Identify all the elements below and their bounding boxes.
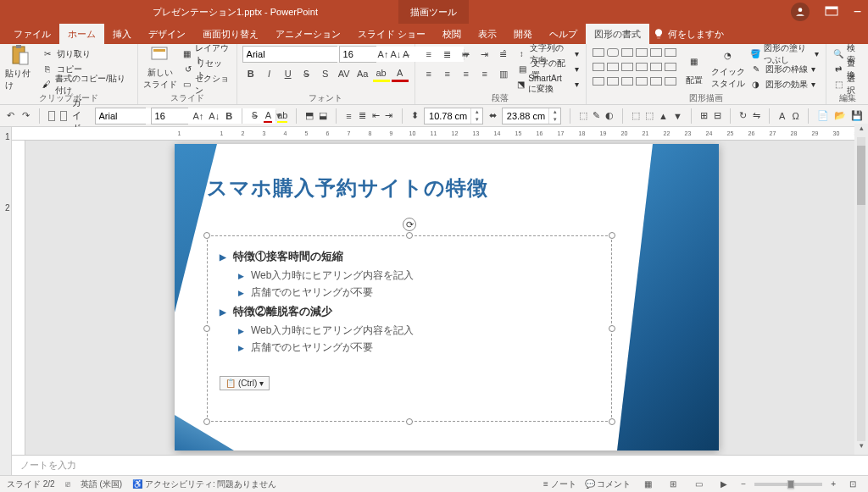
ruler-checkbox[interactable]: [48, 111, 55, 121]
qat-grow-font[interactable]: A↑: [193, 109, 204, 123]
resize-handle[interactable]: [609, 232, 615, 239]
qat-symbol[interactable]: Ω: [792, 109, 800, 123]
qat-size-combo[interactable]: ▾: [151, 108, 188, 124]
qat-new[interactable]: 📄: [817, 109, 829, 123]
qat-font-combo[interactable]: ▾: [95, 108, 146, 124]
accessibility-status[interactable]: ♿ アクセシビリティ: 問題ありません: [132, 478, 276, 490]
zoom-out-button[interactable]: −: [741, 479, 746, 489]
up-icon[interactable]: ▴: [548, 108, 560, 116]
reading-view-button[interactable]: ▭: [690, 478, 707, 491]
arrange-button[interactable]: ▦配置: [681, 46, 708, 90]
resize-handle[interactable]: [406, 232, 413, 239]
qat-indent-dec[interactable]: ⇤: [371, 109, 380, 123]
slide-title[interactable]: スマホ購入予約サイトの特徴: [207, 174, 488, 202]
section-button[interactable]: ▭セクション: [181, 77, 231, 91]
quick-styles-button[interactable]: ◔クイック スタイル: [711, 46, 745, 90]
bullet-text[interactable]: Web入力時にヒアリング内容を記入: [251, 323, 414, 338]
line-spacing-button[interactable]: ≡̂: [495, 46, 512, 63]
shape-height-spin[interactable]: ▴▾: [424, 108, 483, 124]
qat-misc3[interactable]: ◐: [605, 109, 614, 123]
zoom-thumb[interactable]: [787, 480, 794, 489]
qat-shrink-font[interactable]: A↓: [209, 109, 220, 123]
new-slide-button[interactable]: 新しい スライド: [143, 46, 177, 90]
tab-transitions[interactable]: 画面切り替え: [194, 24, 267, 44]
indent-dec-button[interactable]: ⇤: [458, 46, 475, 63]
grow-font-button[interactable]: A↑: [378, 46, 389, 63]
bullets-button[interactable]: ≡: [420, 46, 437, 63]
slide-canvas[interactable]: スマホ購入予約サイトの特徴 ⟳ ▶特徴①接客時間の短縮 ▶Web: [25, 141, 868, 455]
qat-align[interactable]: ⊞: [699, 109, 708, 123]
shape-outline-button[interactable]: ✎図形の枠線▾: [748, 62, 821, 76]
rotate-handle[interactable]: ⟳: [403, 218, 416, 231]
tab-developer[interactable]: 開発: [505, 24, 541, 44]
qat-bring-front[interactable]: ▲: [659, 109, 668, 123]
tab-file[interactable]: ファイル: [5, 24, 59, 44]
shadow-button[interactable]: S: [317, 65, 334, 82]
shape-width-spin[interactable]: ▴▾: [502, 108, 561, 124]
notes-toggle[interactable]: ≡ ノート: [543, 478, 576, 490]
slideshow-view-button[interactable]: ▶: [715, 478, 732, 491]
up-icon[interactable]: ▴: [470, 108, 482, 116]
scroll-down-icon[interactable]: ▾: [854, 441, 868, 455]
vertical-scrollbar[interactable]: ▴ ▾: [854, 124, 868, 455]
scrollbar-thumb[interactable]: [857, 146, 865, 205]
qat-align-mid[interactable]: ⬓: [319, 109, 327, 123]
resize-handle[interactable]: [406, 418, 413, 425]
highlight-button[interactable]: ab: [373, 65, 390, 82]
tab-home[interactable]: ホーム: [59, 24, 104, 44]
font-color-button[interactable]: A: [392, 65, 409, 82]
down-icon[interactable]: ▾: [548, 116, 560, 124]
qat-open[interactable]: 📂: [834, 109, 846, 123]
bullet-text[interactable]: 特徴①接客時間の短縮: [233, 249, 343, 264]
qat-distribute[interactable]: ⊟: [713, 109, 721, 123]
qat-numbering[interactable]: ≣: [358, 109, 366, 123]
qat-flip[interactable]: ⇋: [752, 109, 760, 123]
qat-rotate[interactable]: ↻: [739, 109, 748, 123]
tab-insert[interactable]: 挿入: [104, 24, 140, 44]
indent-inc-button[interactable]: ⇥: [476, 46, 493, 63]
minimize-icon[interactable]: −: [854, 4, 861, 19]
undo-button[interactable]: ↶: [5, 108, 15, 124]
qat-text[interactable]: A: [778, 109, 787, 123]
italic-button[interactable]: I: [261, 65, 278, 82]
bold-button[interactable]: B: [242, 65, 259, 82]
qat-bold[interactable]: B: [225, 109, 233, 123]
tab-animations[interactable]: アニメーション: [267, 24, 349, 44]
qat-bullets[interactable]: ≡: [345, 109, 353, 123]
format-painter-button[interactable]: 🖌書式のコピー/貼り付け: [40, 77, 132, 91]
qat-misc1[interactable]: ⬚: [579, 109, 587, 123]
numbering-button[interactable]: ≣: [439, 46, 456, 63]
bullet-text[interactable]: 店舗でのヒヤリングが不要: [251, 340, 373, 355]
paste-options-button[interactable]: 📋(Ctrl)▾: [220, 376, 270, 390]
shrink-font-button[interactable]: A↓: [390, 46, 401, 63]
qat-strike[interactable]: S̶: [251, 109, 259, 123]
shape-effects-button[interactable]: ◑図形の効果▾: [748, 77, 821, 91]
shape-fill-button[interactable]: 🪣図形の塗りつぶし▾: [748, 47, 821, 61]
tab-design[interactable]: デザイン: [140, 24, 194, 44]
tab-format[interactable]: 図形の書式: [586, 24, 649, 44]
bullet-text[interactable]: 特徴②離脱客の減少: [233, 304, 332, 319]
down-icon[interactable]: ▾: [470, 116, 482, 124]
spellcheck-icon[interactable]: ⎚: [65, 479, 70, 489]
redo-button[interactable]: ↷: [20, 108, 31, 124]
justify-button[interactable]: ≡: [476, 65, 493, 82]
notes-pane[interactable]: ノートを入力: [12, 455, 868, 475]
align-right-button[interactable]: ≡: [458, 65, 475, 82]
qat-align-top[interactable]: ⬒: [305, 109, 314, 123]
sorter-view-button[interactable]: ⊞: [665, 478, 682, 491]
spacing-button[interactable]: AV: [336, 65, 353, 82]
resize-handle[interactable]: [609, 325, 615, 332]
resize-handle[interactable]: [609, 418, 615, 425]
paste-button[interactable]: 貼り付け: [5, 46, 36, 90]
qat-highlight[interactable]: ab: [277, 109, 287, 123]
align-center-button[interactable]: ≡: [439, 65, 456, 82]
bullet-text[interactable]: Web入力時にヒアリング内容を記入: [251, 268, 414, 283]
shapes-gallery[interactable]: [592, 46, 677, 92]
columns-button[interactable]: ▥: [495, 65, 512, 82]
qat-fontcolor[interactable]: A: [264, 109, 272, 123]
user-avatar[interactable]: [791, 3, 810, 21]
strike-button[interactable]: S̶: [298, 65, 315, 82]
resize-handle[interactable]: [203, 418, 210, 425]
language-status[interactable]: 英語 (米国): [81, 478, 122, 490]
slide[interactable]: スマホ購入予約サイトの特徴 ⟳ ▶特徴①接客時間の短縮 ▶Web: [175, 144, 719, 451]
